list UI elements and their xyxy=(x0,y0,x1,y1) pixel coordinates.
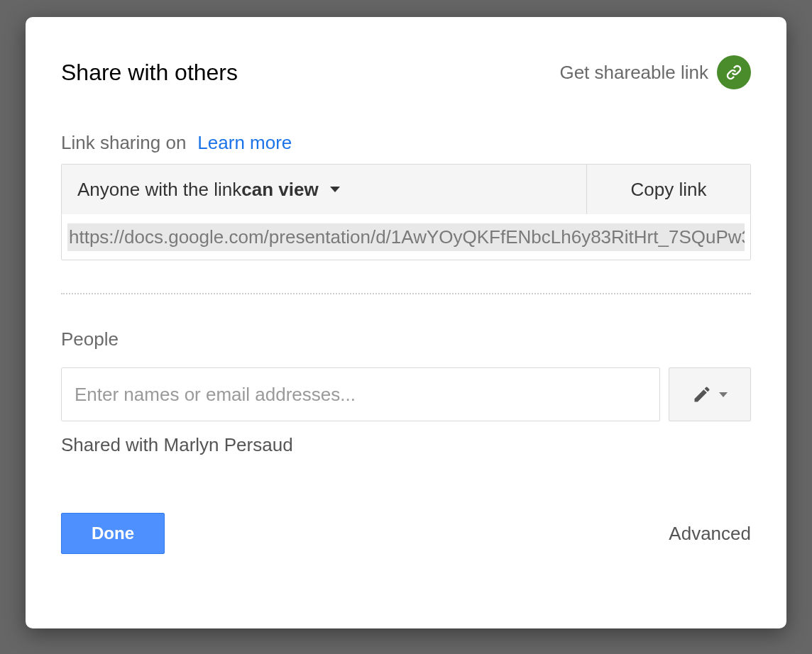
people-input-row xyxy=(61,367,751,421)
shareable-link-label: Get shareable link xyxy=(559,62,708,84)
link-sharing-controls: Anyone with the link can view Copy link xyxy=(62,165,750,214)
chevron-down-icon xyxy=(330,187,340,192)
share-url-text[interactable]: https://docs.google.com/presentation/d/1… xyxy=(67,223,745,251)
link-sharing-status: Link sharing on xyxy=(61,132,186,154)
people-permission-button[interactable] xyxy=(669,367,751,421)
copy-link-label: Copy link xyxy=(631,179,707,201)
shared-with-text: Shared with Marlyn Persaud xyxy=(61,434,751,456)
done-button[interactable]: Done xyxy=(61,513,165,554)
get-shareable-link-button[interactable]: Get shareable link xyxy=(559,55,751,89)
permission-prefix: Anyone with the link xyxy=(77,179,241,201)
dialog-title: Share with others xyxy=(61,60,238,86)
people-section-label: People xyxy=(61,328,751,350)
permission-level: can view xyxy=(241,179,318,201)
link-sharing-status-row: Link sharing on Learn more xyxy=(61,132,751,154)
section-divider xyxy=(61,293,751,294)
share-url-row: https://docs.google.com/presentation/d/1… xyxy=(62,214,750,260)
learn-more-link[interactable]: Learn more xyxy=(197,132,292,154)
dialog-header: Share with others Get shareable link xyxy=(61,55,751,89)
share-dialog: Share with others Get shareable link Lin… xyxy=(26,17,786,628)
copy-link-button[interactable]: Copy link xyxy=(587,165,750,214)
advanced-link[interactable]: Advanced xyxy=(669,523,751,545)
link-permission-dropdown[interactable]: Anyone with the link can view xyxy=(62,165,587,214)
link-sharing-box: Anyone with the link can view Copy link … xyxy=(61,164,751,260)
people-input[interactable] xyxy=(61,367,660,421)
dialog-footer: Done Advanced xyxy=(61,513,751,554)
link-icon xyxy=(717,55,751,89)
pencil-icon xyxy=(692,384,712,404)
chevron-down-icon xyxy=(719,392,728,397)
